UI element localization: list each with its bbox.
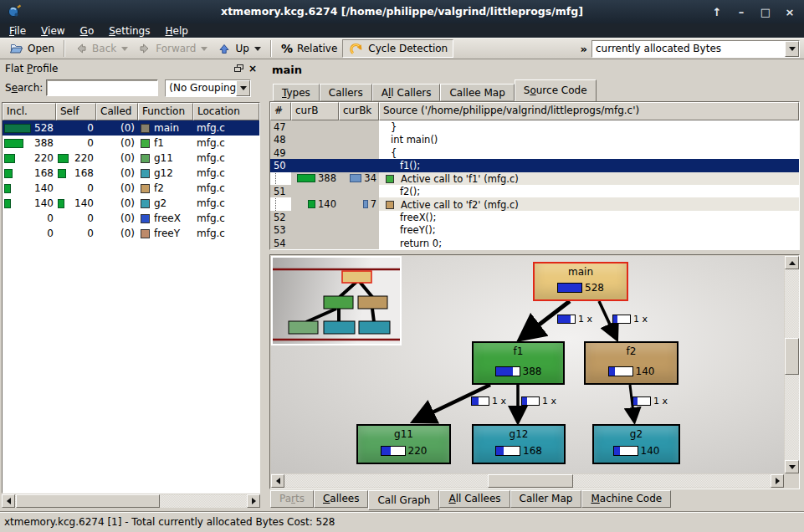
search-input[interactable] [46, 79, 158, 96]
tab-all-callees[interactable]: All Callees [439, 490, 510, 508]
tab-callers[interactable]: Callers [320, 84, 372, 101]
tab-types[interactable]: Types [273, 84, 320, 101]
source-call-line[interactable]: 140 7 Active call to 'f2' (mfg.c) [270, 197, 799, 210]
source-line[interactable]: 53 freeY(); [270, 223, 799, 236]
table-row-main[interactable]: 528 0 (0) main mfg.c [3, 120, 259, 136]
maximize-button[interactable]: □ [760, 6, 771, 18]
back-dropdown-icon[interactable] [121, 47, 128, 51]
source-call-line[interactable]: 388 34 Active call to 'f1' (mfg.c) [270, 172, 799, 185]
up-button[interactable]: Up [213, 39, 265, 58]
graph-hscrollbar[interactable] [271, 474, 784, 488]
scrollbar-thumb[interactable] [16, 494, 160, 508]
relative-label: Relative [297, 43, 337, 54]
shade-button[interactable]: ↑ [711, 6, 723, 18]
scroll-down-icon[interactable] [785, 460, 799, 473]
menu-view[interactable]: View [33, 24, 72, 38]
back-button[interactable]: Back [69, 39, 133, 58]
col-line-number[interactable]: # [270, 102, 291, 120]
graph-node-f2[interactable]: f2 140 [584, 341, 679, 385]
scroll-right-icon[interactable] [771, 474, 784, 488]
graph-node-g2[interactable]: g2 140 [592, 424, 680, 464]
tab-machine-code[interactable]: Machine Code [581, 490, 671, 508]
graph-node-g12[interactable]: g12 168 [472, 424, 566, 464]
open-button[interactable]: Open [4, 39, 59, 58]
close-button[interactable]: × [784, 6, 796, 18]
source-line[interactable]: 54 return 0; [270, 237, 799, 249]
scrollbar-thumb[interactable] [488, 474, 573, 488]
tree-branch-icon [275, 198, 276, 211]
relative-toggle-button[interactable]: % Relative [276, 39, 342, 58]
table-row-g11[interactable]: 220 220 (0) g11 mfg.c [3, 151, 259, 166]
tab-call-graph[interactable]: Call Graph [368, 490, 439, 510]
table-row-freeY[interactable]: 0 0 (0) freeY mfg.c [3, 226, 259, 241]
flat-profile-hscrollbar[interactable] [2, 494, 260, 508]
forward-dropdown-icon[interactable] [201, 47, 207, 51]
tab-all-callers[interactable]: All Callers [372, 84, 441, 101]
open-label: Open [28, 43, 54, 54]
menu-help[interactable]: Help [157, 24, 195, 38]
table-row-f1[interactable]: 388 0 (0) f1 mfg.c [3, 136, 259, 151]
col-called[interactable]: Called [96, 103, 138, 120]
col-function[interactable]: Function [138, 103, 193, 120]
function-color-icon [141, 214, 150, 223]
table-row-freeX[interactable]: 0 0 (0) freeX mfg.c [3, 211, 259, 226]
grouping-value: (No Grouping) [166, 80, 236, 96]
dock-titlebar: Flat Profile × [2, 61, 260, 76]
table-row-g2[interactable]: 140 140 (0) g2 mfg.c [3, 196, 259, 211]
tab-callees[interactable]: Callees [314, 490, 368, 508]
tree-branch-icon [275, 173, 276, 186]
scrollbar-thumb[interactable] [785, 338, 799, 375]
scroll-right-icon[interactable] [247, 494, 260, 508]
col-location[interactable]: Location [193, 103, 259, 120]
source-code-view: # curB curBk Source ('/home/philippe/val… [269, 101, 800, 250]
up-dropdown-icon[interactable] [254, 47, 261, 51]
source-line[interactable]: 49 { [270, 146, 799, 159]
event-type-value: currently allocated Bytes [592, 41, 785, 57]
cycle-detection-icon [348, 42, 364, 55]
scroll-up-icon[interactable] [785, 256, 799, 269]
grouping-combobox[interactable]: (No Grouping) [165, 79, 251, 97]
minimize-button[interactable]: – [735, 6, 747, 18]
edge-label-f1-g11: 1 x [471, 396, 506, 407]
source-line[interactable]: 51 f2(); [270, 185, 799, 197]
source-line[interactable]: 52 freeX(); [270, 211, 799, 223]
col-incl[interactable]: Incl. [3, 103, 56, 120]
float-dock-icon[interactable] [234, 64, 243, 74]
minimap-tree [273, 258, 400, 344]
dock-close-icon[interactable]: × [248, 63, 257, 74]
source-line-selected[interactable]: 50 f1(); [270, 159, 799, 171]
source-line[interactable]: 48 int main() [270, 133, 799, 146]
tab-source-code[interactable]: Source Code [515, 79, 597, 101]
graph-node-g11[interactable]: g11 220 [356, 424, 451, 464]
table-row-f2[interactable]: 140 0 (0) f2 mfg.c [3, 181, 259, 196]
menubar: File View Go Settings Help [0, 23, 804, 38]
col-curBk[interactable]: curBk [339, 102, 379, 120]
forward-button[interactable]: Forward [133, 39, 213, 58]
tab-callee-map[interactable]: Callee Map [440, 84, 514, 101]
col-self[interactable]: Self [56, 103, 96, 120]
menu-go[interactable]: Go [73, 24, 102, 38]
table-row-g12[interactable]: 168 168 (0) g12 mfg.c [3, 166, 259, 181]
call-graph-canvas[interactable]: main 528 f1 388 f2 140 g11 220 g12 168 g… [271, 256, 784, 473]
col-curB[interactable]: curB [291, 102, 339, 120]
combo-dropdown-icon[interactable] [236, 80, 250, 96]
graph-overview-minimap[interactable] [271, 256, 402, 345]
menu-settings[interactable]: Settings [101, 24, 157, 38]
scroll-left-icon[interactable] [2, 494, 15, 508]
window-title: xtmemory.kcg.6274 [/home/philippe/valgri… [0, 5, 804, 18]
source-line[interactable]: 47 } [270, 120, 799, 133]
tab-caller-map[interactable]: Caller Map [510, 490, 582, 508]
panel-splitter[interactable] [262, 59, 269, 511]
cycle-detection-button[interactable]: Cycle Detection [342, 39, 453, 58]
event-type-combobox[interactable]: currently allocated Bytes [591, 40, 800, 58]
edge-label-main-f2: 1 x [612, 314, 648, 325]
combo-dropdown-icon[interactable] [785, 41, 799, 57]
graph-node-f1[interactable]: f1 388 [472, 341, 565, 385]
col-source[interactable]: Source ('/home/philippe/valgrind/littlep… [379, 102, 799, 120]
graph-vscrollbar[interactable] [785, 256, 799, 473]
graph-node-main[interactable]: main 528 [533, 262, 628, 301]
up-label: Up [235, 43, 248, 54]
scroll-left-icon[interactable] [271, 474, 284, 488]
menu-file[interactable]: File [2, 24, 33, 38]
toolbar-overflow-chevron[interactable]: » [576, 43, 591, 55]
